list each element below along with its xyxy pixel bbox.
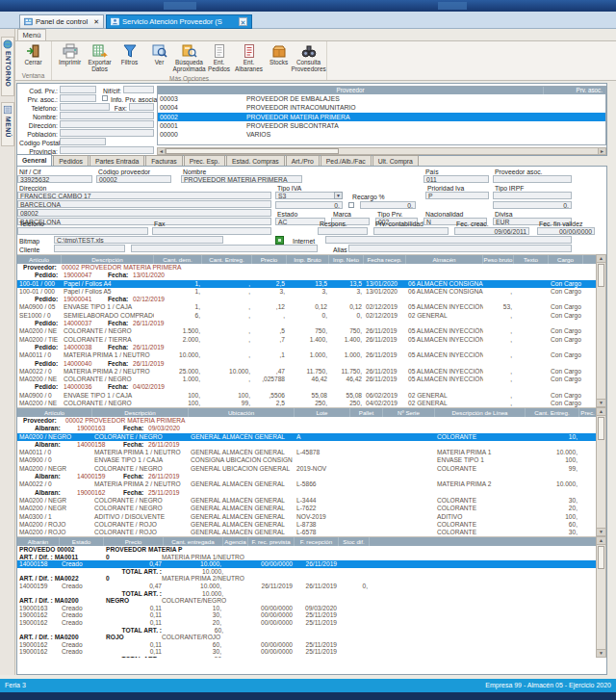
summary-grid-scrollbar[interactable]: ▲ ▼ <box>596 536 606 658</box>
ribbon-tab-menu[interactable]: Menú <box>17 29 46 40</box>
table-row[interactable]: 14000158Creado0,4710.000,00/00/000026/11… <box>17 560 597 568</box>
table-row[interactable]: MA0200 / NEGROCOLORANTE / NEGROGENERAL A… <box>17 433 597 441</box>
scroll-down-icon[interactable]: ▼ <box>597 399 605 406</box>
sidebar-item-entorno[interactable]: ENTORNO <box>1 37 14 96</box>
column-header[interactable]: Imp. Neto <box>329 255 364 264</box>
close-icon[interactable]: ✕ <box>93 14 99 29</box>
consulta-proveedores-button[interactable]: Consulta Proveedores <box>294 42 323 74</box>
scroll-left-icon[interactable]: ◄ <box>158 148 166 154</box>
table-row[interactable]: MA0200 / NECOLORANTE / NEGRO100,99,2,525… <box>17 400 597 407</box>
group-row[interactable]: Pedido:14000036Fecha:04/02/2019 <box>17 383 597 391</box>
table-row[interactable]: 100-01 / 000Papel / Folios A41,,2,513,51… <box>17 280 597 288</box>
table-row[interactable]: MA0200 / NEGRCOLORANTE / NEGROGENERAL AL… <box>17 497 597 505</box>
table-row[interactable]: MA0200 / NECOLORANTE / NEGRO1.500,,,5750… <box>17 327 597 335</box>
table-row[interactable]: 19000163Creado0,1110,00/00/000009/03/202… <box>17 605 597 612</box>
telefono-field[interactable] <box>17 227 148 235</box>
irpf-value-field[interactable]: 0, <box>493 201 572 209</box>
scroll-up-icon[interactable]: ▲ <box>597 537 605 545</box>
tipo-iva-dropdown[interactable]: ▼ <box>334 192 343 199</box>
tab-art-pro[interactable]: Art./Pro <box>286 155 320 166</box>
group-row[interactable]: TOTAL ART. :60, <box>17 627 597 635</box>
group-row[interactable]: Pedido:14000040Fecha:26/11/2019 <box>17 360 597 368</box>
tab-servicio-atencion-proveedor[interactable]: Servicio Atención Proveedor (S ✕ <box>106 14 252 29</box>
column-header[interactable]: Descripción de Línea <box>435 408 526 417</box>
scroll-up-icon[interactable]: ▲ <box>597 408 605 416</box>
group-row[interactable]: Albaran:19000163Fecha:09/03/2020 <box>17 425 597 432</box>
group-row[interactable]: PROVEEDO 00002PROVEEDOR MATERIA P <box>17 546 597 554</box>
scrollbar-thumb[interactable] <box>166 148 339 154</box>
provincia-field[interactable]: BARCELONA <box>17 218 271 225</box>
bitmap-field[interactable]: C:\tmp\TEST.xls <box>54 236 223 244</box>
table-row[interactable]: 19000162Creado0,1120,00/00/000025/11/201… <box>17 619 597 627</box>
table-row[interactable]: MA0200 / TIECOLORANTE / TIERRA2.000,,,71… <box>17 336 597 344</box>
table-row[interactable]: MA0022 / 0MATERIA PRIMA 2 / NEUTRO25.000… <box>17 368 597 376</box>
recargo-checkbox[interactable] <box>348 202 354 208</box>
group-row[interactable]: Albaran:14000158Fecha:26/11/2019 <box>17 441 597 449</box>
b-squeda-aproximada-button[interactable]: Búsqueda Aproximada <box>174 42 204 74</box>
column-header[interactable]: Descripción <box>92 408 189 417</box>
ent-pedidos-button[interactable]: Ent. Pedidos <box>204 42 234 74</box>
internet-field[interactable] <box>325 236 572 244</box>
group-row[interactable]: TOTAL ART. :10.000, <box>17 590 597 598</box>
orders-grid-scrollbar[interactable]: ▲ ▼ <box>596 254 606 407</box>
scrollbar-thumb[interactable] <box>598 264 604 287</box>
tab-estad-compras[interactable]: Estad. Compras <box>226 155 285 166</box>
tab-ult-compra[interactable]: Ult. Compra <box>372 155 419 166</box>
table-row[interactable]: 19000162Creado0,1160,00/00/000025/11/201… <box>17 641 597 649</box>
group-row[interactable]: ART. / Dif. : MA0200NEGROCOLORANTE/NEGRO <box>17 597 597 605</box>
list-item[interactable]: 00002PROVEEDOR MATERIA PRIMERA <box>158 113 605 121</box>
nombre-field[interactable]: PROVEEDOR MATERIA PRIMERA <box>181 175 302 183</box>
column-header[interactable]: Imp. Bruto <box>287 255 329 264</box>
group-row[interactable]: Proveedor:00002 PROVEEDOR MATERIA PRIMER… <box>17 264 597 272</box>
cerrar-button[interactable]: Cerrar <box>18 42 48 67</box>
delivery-grid-scrollbar[interactable]: ▲ ▼ <box>596 407 606 536</box>
column-header[interactable]: Cant. Entreg. <box>526 408 579 417</box>
cliente-field-2[interactable] <box>131 245 318 252</box>
column-header[interactable]: Peso bruto <box>483 255 514 264</box>
column-header[interactable]: Cant. Entreg. <box>202 255 252 264</box>
scroll-down-icon[interactable]: ▼ <box>597 649 605 657</box>
table-row[interactable]: MA0200 / NEGRCOLORANTE / NEGROGENERAL UB… <box>17 465 597 473</box>
stocks-button[interactable]: Stocks <box>264 42 294 67</box>
column-header[interactable]: Agencia <box>223 537 248 546</box>
recargo-field-1[interactable]: 0, <box>275 201 343 209</box>
table-row[interactable]: MA0200 / ROJOCOLORANTE / ROJOGENERAL ALM… <box>17 529 597 536</box>
nif-input[interactable] <box>123 86 154 93</box>
pais-field[interactable]: 011 <box>424 175 489 183</box>
fax-field[interactable] <box>152 227 271 235</box>
table-row[interactable]: MA0011 / 0MATERIA PRIMA 1 / NEUTRO10.000… <box>17 351 597 359</box>
tab-panel-de-control[interactable]: Panel de control ✕ <box>19 14 104 29</box>
scrollbar-thumb[interactable] <box>598 546 604 569</box>
sidebar-item-menu[interactable]: MENÚ <box>1 102 14 146</box>
direccion-input[interactable] <box>60 120 154 128</box>
poblacion-input[interactable] <box>60 129 154 137</box>
group-row[interactable]: Pedido:19000047Fecha:13/01/2020 <box>17 272 597 279</box>
group-row[interactable]: Albaran:19000162Fecha:25/11/2019 <box>17 489 597 497</box>
column-header[interactable]: Cant. dem. <box>154 255 202 264</box>
direccion-field[interactable]: FRANCESC CAMBO 17 <box>17 192 271 199</box>
column-header[interactable]: Fecha recep. <box>364 255 406 264</box>
table-row[interactable]: MA0011 / 0MATERIA PRIMA 1 / NEUTROGENERA… <box>17 449 597 456</box>
table-row[interactable]: MA0200 / ROJOCOLORANTE / ROJOGENERAL ALM… <box>17 521 597 529</box>
table-row[interactable]: 19000162Creado0,1130,00/00/000025/11/201… <box>17 648 597 656</box>
list-item[interactable]: 00003PROVEEDOR DE EMBALAJES <box>158 94 605 103</box>
scroll-right-icon[interactable]: ► <box>598 148 605 154</box>
exportar-datos-button[interactable]: Exportar Datos <box>85 42 115 74</box>
column-header[interactable]: F. rec. prevista <box>248 537 295 546</box>
column-header[interactable]: Stoc dif. <box>339 537 370 546</box>
group-row[interactable]: Pedido:14000038Fecha:26/11/2019 <box>17 344 597 351</box>
scrollbar-thumb[interactable] <box>598 417 604 440</box>
column-header[interactable]: Cargo <box>549 255 583 264</box>
table-row[interactable]: 19000162Creado0,1130,00/00/000025/11/201… <box>17 611 597 619</box>
column-header[interactable]: Albarán <box>17 537 60 546</box>
close-icon[interactable]: ✕ <box>239 17 247 26</box>
tipo-irpf-field[interactable] <box>493 192 572 199</box>
group-row[interactable]: ART. / Dif. : MA00220MATERIA PRIMA 2/NEU… <box>17 575 597 583</box>
table-row[interactable]: SE1000 / 0SEMIELABORADO COMPRADO /6,,,0,… <box>17 312 597 320</box>
column-header[interactable]: Estado <box>60 537 104 546</box>
proveedor-asoc-field[interactable] <box>493 175 572 183</box>
provincia-input[interactable] <box>60 146 154 154</box>
table-row[interactable]: MA0900 / 0ENVASE TIPO 1 / CAJA100,100,,5… <box>17 392 597 400</box>
list-item[interactable]: 00001PROVEEDOR SUBCONTRATA <box>158 121 605 130</box>
table-row[interactable]: MA0300 / 1ADITIVO / DISOLVENTEGENERAL AL… <box>17 513 597 521</box>
